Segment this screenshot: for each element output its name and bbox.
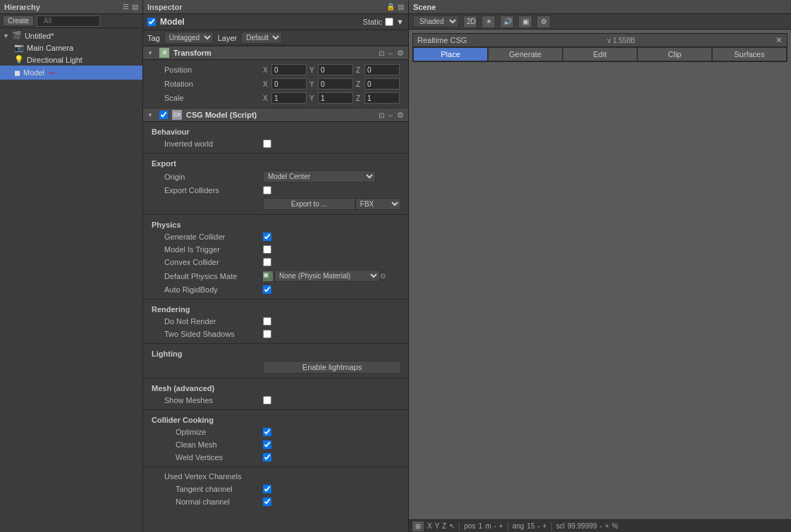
inspector-lock-icon: 🔒	[386, 3, 395, 11]
hierarchy-title: Hierarchy	[4, 3, 40, 11]
export-colliders-checkbox[interactable]	[263, 186, 271, 194]
optimize-row: Optimize	[143, 426, 408, 438]
generate-collider-checkbox[interactable]	[263, 233, 271, 241]
csg-header: Realtime CSG v 1.558B ✕	[413, 34, 787, 47]
audio-toggle-button[interactable]: 🔊	[500, 16, 514, 28]
grid-button[interactable]: ⊞	[412, 521, 424, 532]
transform-gear-icon[interactable]: ⚙	[397, 49, 404, 58]
hierarchy-item-label: Untitled*	[25, 32, 54, 40]
sy-label: Y	[309, 94, 317, 102]
rotation-y-input[interactable]	[318, 78, 353, 89]
hierarchy-items: ▼ 🎬 Untitled* 📷 Main Camera 💡 Directiona…	[0, 28, 142, 532]
export-to-button[interactable]: Export to ...	[263, 198, 355, 210]
inverted-world-label: Inverted world	[164, 140, 263, 148]
tag-label: Tag	[147, 34, 160, 42]
default-physics-row: Default Physics Mate ▣ None (Physic Mate…	[143, 268, 408, 283]
csg-edit-button[interactable]: Edit	[563, 47, 637, 61]
gizmos-button[interactable]: ⚙	[536, 16, 551, 28]
hierarchy-item-untitled[interactable]: ▼ 🎬 Untitled*	[0, 30, 142, 42]
minus-icon[interactable]: -	[493, 522, 496, 530]
scale-y-input[interactable]	[318, 92, 353, 104]
plus-icon[interactable]: +	[499, 522, 503, 530]
tangent-channel-checkbox[interactable]	[263, 485, 271, 493]
convex-collider-label: Convex Collider	[164, 258, 263, 266]
material-icon: ▣	[263, 271, 273, 281]
rotation-label: Rotation	[164, 80, 263, 88]
position-y-input[interactable]	[318, 64, 353, 75]
weld-vertices-row: Weld Vertices	[143, 451, 408, 464]
hierarchy-header: Hierarchy ☰ ▤	[0, 0, 142, 14]
physics-target-icon[interactable]: ⊙	[380, 272, 386, 280]
static-checkbox[interactable]	[385, 18, 393, 26]
ang-label: ang	[513, 522, 525, 530]
convex-collider-checkbox[interactable]	[263, 258, 271, 266]
csg-snap-icon[interactable]: ⊡	[379, 111, 384, 119]
csg-collapse-icon[interactable]: ▼	[147, 112, 153, 118]
inspector-scroll-area[interactable]: Model Static ▼ Tag Untagged Layer Defaul…	[143, 14, 408, 532]
gameobject-enabled-checkbox[interactable]	[147, 18, 156, 26]
status-bar: ⊞ X Y Z ↖ pos 1 m - + ang 15 - + scl 99.…	[409, 519, 791, 532]
2d-button[interactable]: 2D	[463, 16, 477, 28]
scl-minus-icon[interactable]: -	[600, 522, 602, 530]
tangent-channel-label: Tangent channel	[164, 485, 263, 493]
position-x-input[interactable]	[271, 64, 307, 75]
enable-lightmaps-button[interactable]: Enable lightmaps	[263, 361, 401, 373]
show-meshes-checkbox[interactable]	[263, 396, 271, 404]
csg-clip-button[interactable]: Clip	[637, 47, 712, 61]
csg-gear-icon[interactable]: ⚙	[397, 111, 404, 120]
do-not-render-checkbox[interactable]	[263, 317, 271, 326]
transform-snap-icon[interactable]: ⊡	[379, 49, 384, 57]
two-sided-shadows-checkbox[interactable]	[263, 330, 271, 338]
tag-select[interactable]: Untagged	[164, 32, 214, 44]
transform-collapse-icon[interactable]: ▼	[147, 50, 153, 56]
normal-channel-checkbox[interactable]	[263, 497, 271, 506]
csg-enabled-checkbox[interactable]	[159, 111, 168, 119]
csg-surfaces-button[interactable]: Surfaces	[712, 47, 787, 61]
scale-z-input[interactable]	[364, 92, 400, 104]
physics-material-select[interactable]: None (Physic Material)	[274, 270, 380, 282]
do-not-render-label: Do Not Render	[164, 317, 263, 326]
optimize-checkbox[interactable]	[263, 428, 271, 436]
model-is-trigger-checkbox[interactable]	[263, 245, 271, 254]
rotation-z-input[interactable]	[364, 78, 400, 89]
create-button[interactable]: Create	[3, 16, 34, 26]
convex-collider-row: Convex Collider	[143, 256, 408, 268]
weld-vertices-checkbox[interactable]	[263, 453, 271, 462]
csg-generate-button[interactable]: Generate	[488, 47, 563, 61]
ang-minus-icon[interactable]: -	[537, 522, 539, 530]
position-z-input[interactable]	[364, 64, 400, 75]
auto-rigidbody-checkbox[interactable]	[263, 285, 271, 294]
clean-mesh-checkbox[interactable]	[263, 440, 271, 449]
hierarchy-item-directional-light[interactable]: 💡 Directional Light	[0, 54, 142, 66]
transform-title: Transform	[173, 49, 374, 57]
effects-toggle-button[interactable]: ▣	[518, 16, 532, 28]
scene-tab[interactable]: Scene	[413, 3, 436, 11]
rz-label: Z	[356, 80, 363, 88]
model-icon: ◼	[14, 68, 20, 78]
generate-collider-label: Generate Collider	[164, 233, 263, 241]
hierarchy-item-main-camera[interactable]: 📷 Main Camera	[0, 42, 142, 54]
search-input[interactable]	[37, 16, 100, 27]
csg-more-icon[interactable]: ↔	[387, 111, 394, 119]
scale-y-group: Y	[309, 92, 353, 104]
csg-place-button[interactable]: Place	[413, 47, 488, 61]
light-toggle-button[interactable]: ☀	[482, 16, 496, 28]
csg-version: v 1.558B	[607, 37, 634, 44]
expand-arrow: ▼	[3, 32, 9, 39]
scl-plus-icon[interactable]: +	[605, 522, 609, 530]
inspector-menu-icon: ▤	[398, 3, 404, 11]
csg-close-button[interactable]: ✕	[775, 35, 783, 45]
ang-plus-icon[interactable]: +	[543, 522, 547, 530]
rotation-x-input[interactable]	[271, 78, 307, 89]
scale-x-input[interactable]	[271, 92, 307, 104]
gameobject-name: Model	[160, 17, 359, 27]
scene-viewport: Realtime CSG v 1.558B ✕ Place Generate E…	[409, 30, 791, 519]
shading-dropdown[interactable]: Shaded	[413, 16, 459, 27]
export-format-select[interactable]: FBX	[355, 198, 401, 210]
hierarchy-item-model[interactable]: ◼ Model ←	[0, 66, 142, 80]
origin-select[interactable]: Model Center	[263, 171, 376, 183]
layer-select[interactable]: Default	[241, 32, 282, 44]
static-dropdown-arrow[interactable]: ▼	[396, 18, 404, 26]
inverted-world-checkbox[interactable]	[263, 140, 271, 148]
transform-more-icon[interactable]: ↔	[387, 49, 394, 57]
